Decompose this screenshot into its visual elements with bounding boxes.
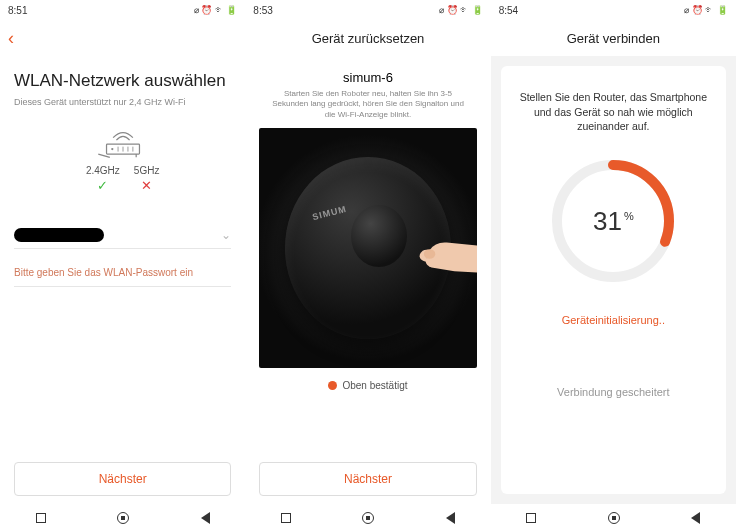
freq-5-label: 5GHz — [134, 165, 160, 176]
android-nav — [491, 504, 736, 532]
nav-home-icon[interactable] — [362, 512, 374, 524]
freq-24: 2.4GHz ✓ — [86, 165, 120, 193]
screen-wlan-select: 8:51 ⌀ ⏰ ᯤ 🔋 ‹ WLAN-Netzwerk auswählen D… — [0, 0, 245, 532]
page-subtitle: Dieses Gerät unterstützt nur 2,4 GHz Wi-… — [14, 97, 231, 107]
progress-value: 31% — [548, 156, 678, 286]
freq-5: 5GHz ✕ — [134, 165, 160, 193]
card-instruction: Stellen Sie den Router, das Smartphone u… — [515, 90, 712, 134]
radio-checked-icon — [328, 381, 337, 390]
check-icon: ✓ — [97, 178, 108, 193]
nav-recent-icon[interactable] — [281, 513, 291, 523]
svg-point-8 — [424, 249, 435, 259]
password-input[interactable]: Bitte geben Sie das WLAN-Passwort ein — [14, 259, 231, 287]
page-title: WLAN-Netzwerk auswählen — [14, 70, 231, 91]
status-icons: ⌀ ⏰ ᯤ 🔋 — [194, 5, 238, 15]
progress-unit: % — [624, 210, 634, 222]
status-bar: 8:53 ⌀ ⏰ ᯤ 🔋 — [245, 0, 490, 20]
connect-card: Stellen Sie den Router, das Smartphone u… — [501, 66, 726, 494]
nav-back-icon[interactable] — [446, 512, 455, 524]
status-time: 8:54 — [499, 5, 518, 16]
ssid-value-redacted — [14, 228, 104, 242]
device-name: simum-6 — [259, 70, 476, 85]
fail-status: Verbindung gescheitert — [557, 386, 670, 398]
status-icons: ⌀ ⏰ ᯤ 🔋 — [439, 5, 483, 15]
status-bar: 8:54 ⌀ ⏰ ᯤ 🔋 — [491, 0, 736, 20]
frequency-row: 2.4GHz ✓ 5GHz ✕ — [86, 165, 159, 193]
screen-device-connect: 8:54 ⌀ ⏰ ᯤ 🔋 Gerät verbinden Stellen Sie… — [491, 0, 736, 532]
nav-back-icon[interactable] — [691, 512, 700, 524]
back-button[interactable]: ‹ — [8, 28, 14, 49]
header-title: Gerät verbinden — [567, 31, 660, 46]
status-time: 8:51 — [8, 5, 27, 16]
nav-recent-icon[interactable] — [36, 513, 46, 523]
header: Gerät zurücksetzen — [245, 20, 490, 56]
ssid-select[interactable]: ⌄ — [14, 221, 231, 249]
android-nav — [0, 504, 245, 532]
content: WLAN-Netzwerk auswählen Dieses Gerät unt… — [0, 56, 245, 504]
password-placeholder: Bitte geben Sie das WLAN-Passwort ein — [14, 267, 193, 278]
cross-icon: ✕ — [141, 178, 152, 193]
next-button-label: Nächster — [99, 472, 147, 486]
nav-back-icon[interactable] — [201, 512, 210, 524]
header: Gerät verbinden — [491, 20, 736, 56]
svg-point-1 — [111, 148, 113, 150]
content: Stellen Sie den Router, das Smartphone u… — [491, 56, 736, 504]
progress-number: 31 — [593, 206, 622, 237]
status-bar: 8:51 ⌀ ⏰ ᯤ 🔋 — [0, 0, 245, 20]
android-nav — [245, 504, 490, 532]
init-status: Geräteinitialisierung.. — [562, 314, 665, 326]
header: ‹ — [0, 20, 245, 56]
freq-24-label: 2.4GHz — [86, 165, 120, 176]
router-illustration: 2.4GHz ✓ 5GHz ✕ — [14, 131, 231, 193]
reset-instructions: Starten Sie den Roboter neu, halten Sie … — [259, 85, 476, 120]
robot-image: SIMUM — [259, 128, 476, 368]
chevron-down-icon: ⌄ — [221, 228, 231, 242]
hand-icon — [399, 224, 477, 284]
next-button[interactable]: Nächster — [14, 462, 231, 496]
router-icon — [98, 131, 148, 159]
progress-ring: 31% — [548, 156, 678, 286]
status-icons: ⌀ ⏰ ᯤ 🔋 — [684, 5, 728, 15]
next-button-label: Nächster — [344, 472, 392, 486]
nav-home-icon[interactable] — [117, 512, 129, 524]
status-time: 8:53 — [253, 5, 272, 16]
confirm-checkbox[interactable]: Oben bestätigt — [259, 380, 476, 391]
confirm-label: Oben bestätigt — [342, 380, 407, 391]
robot-brand-label: SIMUM — [311, 204, 347, 222]
nav-recent-icon[interactable] — [526, 513, 536, 523]
header-title: Gerät zurücksetzen — [312, 31, 425, 46]
content: simum-6 Starten Sie den Roboter neu, hal… — [245, 56, 490, 504]
nav-home-icon[interactable] — [608, 512, 620, 524]
next-button[interactable]: Nächster — [259, 462, 476, 496]
screen-device-reset: 8:53 ⌀ ⏰ ᯤ 🔋 Gerät zurücksetzen simum-6 … — [245, 0, 490, 532]
